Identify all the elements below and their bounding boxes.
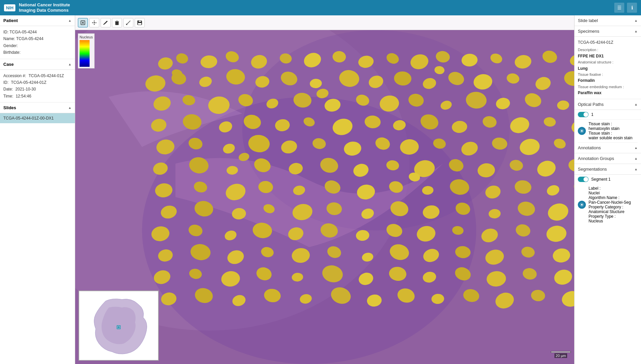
anatomical-value: Lung <box>578 65 638 72</box>
thumbnail-image <box>79 291 158 360</box>
slide-label-header[interactable]: Slide label ▲ <box>574 15 641 26</box>
tissue-stain2-label: Tissue stain : <box>589 131 632 136</box>
anatomical-label: Anatomical structure : <box>578 59 638 65</box>
colormap-legend: Nucleus <box>78 33 95 68</box>
annotation-groups-title: Annotation Groups <box>578 156 614 161</box>
description-label: Description : <box>578 47 638 53</box>
thumbnail-svg <box>79 291 158 360</box>
header-icons: ☰ ℹ <box>614 3 637 13</box>
segment1-toggle[interactable] <box>578 177 589 182</box>
optical-paths-chevron: ▲ <box>634 103 638 106</box>
case-id-label: ID: TCGA-05-4244-01Z <box>3 79 72 86</box>
optical-path-details: Tissue stain : hematoxylin stain Tissue … <box>574 120 641 143</box>
left-panel: Patient ▲ ID: TCGA-05-4244 Name: TCGA-05… <box>0 15 75 364</box>
algorithm-value: Pan-Cancer-Nuclei-Seg <box>589 200 631 205</box>
patient-section-content: ID: TCGA-05-4244 Name: TCGA-05-4244 Gend… <box>0 26 75 59</box>
tissue-stain1-label: Tissue stain : <box>589 122 632 126</box>
specimens-content: TCGA-05-4244-01Z Description : FFPE HE D… <box>574 37 641 99</box>
draw-tool-button[interactable] <box>101 18 111 27</box>
patient-chevron: ▲ <box>68 19 72 22</box>
specimen-id: TCGA-05-4244-01Z <box>578 39 638 46</box>
tissue-stain-details: Tissue stain : hematoxylin stain Tissue … <box>589 122 632 140</box>
segment1-gear-row: Label : Nuclei Algorithm Name : Pan-Canc… <box>578 186 638 225</box>
optical-path-number: 1 <box>591 112 594 117</box>
segmentations-chevron: ▲ <box>634 167 638 171</box>
segmentations-header[interactable]: Segmentations ▲ <box>574 164 641 175</box>
app-header: NIH National Cancer Institute Imaging Da… <box>0 0 641 15</box>
slide-label-chevron: ▲ <box>634 19 638 22</box>
property-type-label: Property Type : <box>589 214 631 219</box>
annotation-groups-chevron: ▲ <box>634 157 638 160</box>
segment1-label: Segment 1 <box>591 177 611 182</box>
description-value: FFPE HE DX1 <box>578 53 638 59</box>
colormap-gradient <box>80 40 90 67</box>
right-panel: Slide label ▲ Specimens ▲ TCGA-05-4244-0… <box>574 15 641 364</box>
patient-birthdate: Birthdate: <box>3 49 72 56</box>
select-tool-button[interactable] <box>78 18 88 27</box>
org-line2: Imaging Data Commons <box>19 8 70 13</box>
thumbnail-panel[interactable] <box>79 291 159 361</box>
seg-label-value: Nuclei <box>589 191 631 195</box>
optical-path-gear-icon[interactable] <box>578 127 586 135</box>
case-section-content: Accession #: TCGA-05-4244-01Z ID: TCGA-0… <box>0 70 75 103</box>
case-chevron: ▲ <box>68 62 72 66</box>
optical-paths-title: Optical Paths <box>578 102 604 107</box>
org-line1: National Cancer Institute <box>19 2 70 8</box>
scale-bar-label: 20 µm <box>554 353 567 358</box>
toggle-track[interactable] <box>578 112 589 117</box>
slides-section-title: Slides <box>3 105 16 110</box>
svg-point-207 <box>581 204 583 206</box>
slides-chevron: ▲ <box>68 106 72 110</box>
scale-bar-line <box>551 351 571 353</box>
specimens-chevron: ▲ <box>634 29 638 33</box>
segment1-gear-icon[interactable] <box>578 201 586 209</box>
segment1-detail-content: Label : Nuclei Algorithm Name : Pan-Canc… <box>589 186 631 223</box>
scale-bar: 20 µm <box>551 351 571 358</box>
nih-text: NIH <box>6 5 13 10</box>
svg-point-3 <box>94 22 95 23</box>
property-type-value: Nucleus <box>589 219 631 223</box>
measure-tool-button[interactable] <box>123 18 133 27</box>
main-layout: Patient ▲ ID: TCGA-05-4244 Name: TCGA-05… <box>0 15 641 364</box>
svg-point-204 <box>118 326 120 328</box>
toolbar <box>75 15 574 30</box>
pan-tool-button[interactable] <box>89 18 99 27</box>
delete-tool-button[interactable] <box>112 18 122 27</box>
embedding-label: Tissue embedding medium : <box>578 84 638 90</box>
optical-path-row: 1 <box>574 110 641 120</box>
save-tool-button[interactable] <box>135 18 145 27</box>
svg-point-206 <box>581 130 583 132</box>
case-section-title: Case <box>3 62 14 67</box>
slide-label-title: Slide label <box>578 18 598 23</box>
info-button[interactable]: ℹ <box>627 3 637 13</box>
fixative-label: Tissue fixative : <box>578 72 638 78</box>
patient-id: ID: TCGA-05-4244 <box>3 29 72 35</box>
fixative-value: Formalin <box>578 77 638 84</box>
optical-path-gear-row: Tissue stain : hematoxylin stain Tissue … <box>578 122 638 143</box>
segment1-toggle-thumb <box>584 177 588 182</box>
toggle-thumb <box>584 112 588 117</box>
annotations-chevron: ▲ <box>634 146 638 150</box>
annotation-groups-header[interactable]: Annotation Groups ▲ <box>574 153 641 164</box>
colormap-title: Nucleus <box>80 35 93 39</box>
property-category-value: Anatomical Stucture <box>589 209 631 214</box>
segmentations-title: Segmentations <box>578 167 607 172</box>
patient-section-header[interactable]: Patient ▲ <box>0 15 75 26</box>
accession-label: Accession #: TCGA-05-4244-01Z <box>3 72 72 79</box>
slide-list-item[interactable]: TCGA-05-4244-01Z-00-DX1 <box>0 113 75 123</box>
svg-line-6 <box>126 21 130 25</box>
optical-paths-header[interactable]: Optical Paths ▲ <box>574 99 641 110</box>
case-section-header[interactable]: Case ▲ <box>0 59 75 70</box>
segment1-details: Label : Nuclei Algorithm Name : Pan-Canc… <box>574 184 641 227</box>
menu-button[interactable]: ☰ <box>614 3 624 13</box>
center-viewer[interactable]: Nucleus 20 µm <box>75 15 574 364</box>
tissue-stain2-value: water soluble eosin stain <box>589 136 632 140</box>
annotations-header[interactable]: Annotations ▲ <box>574 143 641 153</box>
specimens-title: Specimens <box>578 29 599 34</box>
slides-section-header[interactable]: Slides ▲ <box>0 103 75 113</box>
segment1-row: Segment 1 <box>574 175 641 184</box>
specimens-header[interactable]: Specimens ▲ <box>574 26 641 37</box>
embedding-value: Paraffin wax <box>578 90 638 96</box>
optical-path-toggle[interactable] <box>578 112 589 117</box>
segment1-toggle-track[interactable] <box>578 177 589 182</box>
